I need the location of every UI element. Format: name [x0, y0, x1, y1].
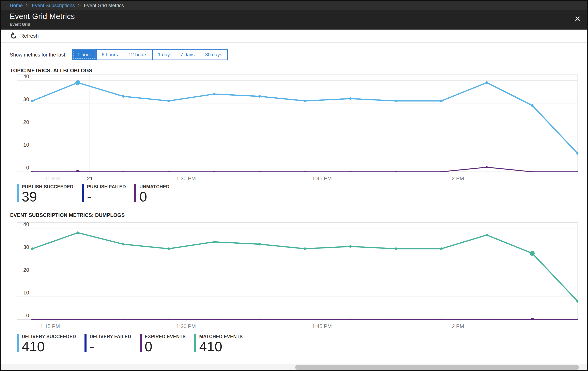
data-point: [440, 171, 442, 173]
series-line-matched-events: [32, 233, 578, 301]
data-point: [395, 319, 397, 320]
data-point: [167, 100, 170, 102]
series-line-publish-succeeded: [32, 83, 578, 154]
time-range-1-day[interactable]: 1 day: [152, 50, 175, 60]
data-point: [577, 300, 579, 303]
data-point: [259, 319, 261, 320]
data-point: [213, 93, 215, 95]
time-range-row: Show metrics for the last: 1 hour6 hours…: [10, 49, 228, 60]
data-point: [395, 247, 397, 250]
legend-value: 0: [139, 190, 169, 204]
panel-header: Event Grid Metrics Event Grid ✕: [1, 10, 587, 30]
chart-title: EVENT SUBSCRIPTION METRICS: DUMPLOGS: [10, 212, 125, 218]
data-point: [440, 319, 442, 320]
data-point: [349, 97, 352, 100]
legend-label: MATCHED EVENTS: [199, 334, 243, 340]
legend-color-bar: [134, 184, 136, 202]
close-icon: ✕: [574, 15, 581, 23]
legend-label: DELIVERY SUCCEEDED: [22, 334, 76, 340]
legend-value: -: [90, 340, 131, 353]
svg-text:40: 40: [23, 73, 29, 79]
svg-text:20: 20: [23, 119, 29, 125]
svg-text:21: 21: [87, 175, 93, 181]
time-range-6-hours[interactable]: 6 hours: [96, 50, 123, 60]
time-range-1-hour[interactable]: 1 hour: [72, 50, 96, 60]
svg-text:0: 0: [26, 313, 29, 318]
breadcrumb-item-home[interactable]: Home: [10, 3, 23, 8]
data-point: [304, 247, 306, 250]
topic-metrics-chart[interactable]: 0102030401:15 PM1:30 PM1:45 PM2 PM21: [1, 70, 587, 184]
breadcrumb-item-event-grid-metrics: Event Grid Metrics: [84, 3, 124, 8]
data-point: [440, 247, 443, 250]
data-point: [440, 100, 443, 102]
topic-metrics-legend: PUBLISH SUCCEEDED39PUBLISH FAILED-UNMATC…: [17, 184, 169, 204]
data-point: [349, 171, 352, 173]
data-point: [168, 319, 170, 320]
svg-text:1:45 PM: 1:45 PM: [312, 175, 332, 181]
legend-color-bar: [82, 184, 84, 202]
chart-canvas: 0102030401:15 PM1:30 PM1:45 PM2 PM: [1, 218, 587, 331]
data-point: [304, 171, 306, 173]
data-point: [259, 171, 261, 173]
legend-value: 0: [145, 340, 186, 353]
data-point: [31, 100, 34, 102]
horizontal-scrollbar[interactable]: [1, 364, 587, 370]
refresh-label: Refresh: [20, 33, 39, 39]
legend-label: PUBLISH SUCCEEDED: [22, 184, 73, 190]
time-range-label: Show metrics for the last:: [10, 52, 67, 58]
breadcrumb-item-event-subscriptions[interactable]: Event Subscriptions: [32, 3, 75, 8]
data-point: [258, 243, 261, 246]
time-range-selector: 1 hour6 hours12 hours1 day7 days30 days: [72, 49, 228, 60]
svg-text:0: 0: [26, 165, 29, 171]
data-point: [167, 247, 170, 250]
legend-label: DELIVERY FAILED: [90, 334, 131, 340]
svg-text:1:15 PM: 1:15 PM: [40, 323, 60, 329]
selected-data-point: [530, 318, 534, 322]
svg-text:1:30 PM: 1:30 PM: [176, 175, 196, 181]
data-point: [486, 319, 488, 320]
legend-item-publish-succeeded: PUBLISH SUCCEEDED39: [17, 184, 73, 204]
svg-text:1:30 PM: 1:30 PM: [176, 323, 196, 329]
legend-value: 410: [199, 340, 243, 353]
event-subscription-metrics-chart[interactable]: 0102030401:15 PM1:30 PM1:45 PM2 PM: [1, 218, 587, 331]
data-point: [213, 241, 215, 243]
refresh-icon: [10, 32, 17, 39]
selected-data-point: [76, 170, 80, 174]
svg-text:30: 30: [23, 244, 29, 250]
breadcrumb: Home>Event Subscriptions>Event Grid Metr…: [1, 1, 587, 10]
data-point: [485, 81, 488, 84]
data-point: [304, 319, 306, 320]
data-point: [531, 171, 533, 173]
close-button[interactable]: ✕: [573, 14, 582, 24]
svg-text:10: 10: [23, 142, 29, 148]
legend-color-bar: [17, 184, 19, 202]
command-bar: Refresh: [1, 30, 587, 42]
time-range-12-hours[interactable]: 12 hours: [123, 50, 152, 60]
time-range-30-days[interactable]: 30 days: [200, 50, 227, 60]
legend-color-bar: [140, 334, 142, 352]
time-range-7-days[interactable]: 7 days: [175, 50, 200, 60]
data-point: [349, 319, 352, 320]
selected-data-point: [75, 80, 80, 85]
svg-text:2 PM: 2 PM: [452, 323, 464, 329]
legend-value: 410: [22, 340, 76, 353]
data-point: [77, 319, 79, 320]
legend-color-bar: [194, 334, 196, 352]
horizontal-scrollbar-thumb[interactable]: [295, 365, 579, 370]
legend-item-delivery-succeeded: DELIVERY SUCCEEDED410: [17, 334, 76, 353]
svg-text:20: 20: [23, 267, 29, 273]
legend-color-bar: [17, 334, 19, 352]
data-point: [32, 171, 33, 173]
legend-label: PUBLISH FAILED: [87, 184, 126, 190]
data-point: [577, 319, 579, 320]
data-point: [304, 100, 306, 102]
data-point: [122, 171, 124, 173]
svg-text:30: 30: [23, 96, 29, 102]
refresh-button[interactable]: Refresh: [10, 32, 39, 39]
legend-item-matched-events: MATCHED EVENTS410: [194, 334, 243, 353]
data-point: [349, 245, 352, 248]
data-point: [395, 100, 397, 102]
data-point: [76, 231, 79, 234]
data-point: [258, 95, 261, 98]
breadcrumb-separator: >: [78, 3, 81, 8]
